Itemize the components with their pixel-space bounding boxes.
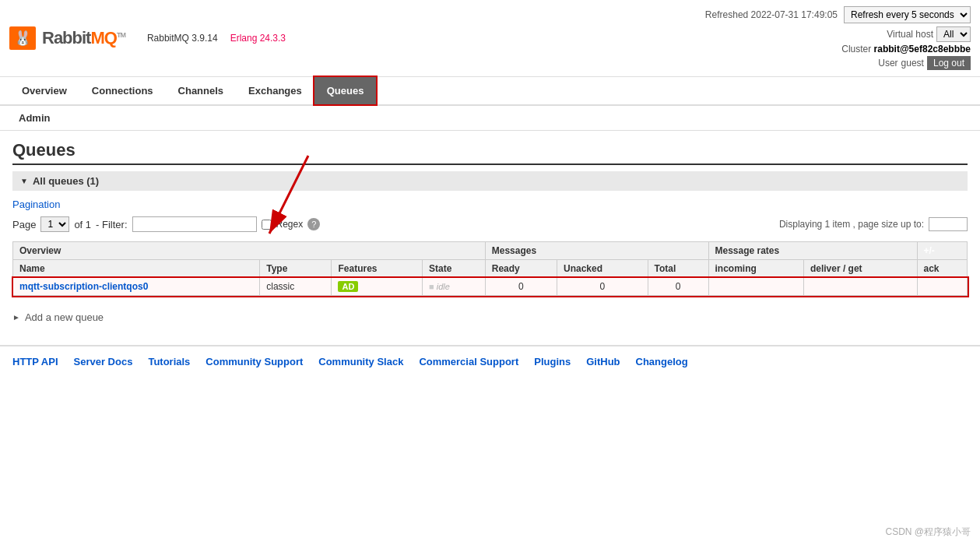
nav-exchanges[interactable]: Exchanges bbox=[236, 77, 314, 104]
logout-button[interactable]: Log out bbox=[927, 56, 971, 70]
nav-admin[interactable]: Admin bbox=[9, 106, 59, 130]
col-header-messages: Messages bbox=[485, 242, 708, 260]
logo-area: 🐰 RabbitMQTM RabbitMQ 3.9.14 Erlang 24.3… bbox=[9, 26, 286, 50]
footer-link-server-docs[interactable]: Server Docs bbox=[74, 356, 133, 367]
nav-connections[interactable]: Connections bbox=[79, 77, 166, 104]
th-incoming: incoming bbox=[708, 260, 803, 278]
refresh-time: Refreshed 2022-07-31 17:49:05 bbox=[705, 9, 838, 20]
th-deliver-get: deliver / get bbox=[803, 260, 917, 278]
queue-table: Overview Messages Message rates +/- Name… bbox=[12, 241, 968, 296]
pagination-controls: Page 1 of 1 - Filter: Regex ? Displaying… bbox=[12, 216, 968, 232]
footer: HTTP API Server Docs Tutorials Community… bbox=[0, 345, 980, 382]
add-queue-triangle-icon: ► bbox=[12, 313, 20, 322]
cell-ack bbox=[917, 278, 968, 296]
vhost-row: Virtual host All bbox=[705, 26, 971, 42]
top-bar: 🐰 RabbitMQTM RabbitMQ 3.9.14 Erlang 24.3… bbox=[0, 0, 980, 77]
rabbit-logo-icon: 🐰 bbox=[9, 26, 36, 50]
cell-type: classic bbox=[260, 278, 332, 296]
section-label: All queues (1) bbox=[33, 175, 99, 187]
ad-badge: AD bbox=[338, 281, 358, 292]
footer-link-community-support[interactable]: Community Support bbox=[205, 356, 303, 367]
user-label: User bbox=[878, 58, 897, 69]
footer-link-tutorials[interactable]: Tutorials bbox=[148, 356, 190, 367]
state-indicator: ■ idle bbox=[429, 282, 450, 291]
th-state: State bbox=[423, 260, 486, 278]
cell-total: 0 bbox=[648, 278, 708, 296]
footer-link-http-api[interactable]: HTTP API bbox=[12, 356, 58, 367]
queue-name-link[interactable]: mqtt-subscription-clientqos0 bbox=[19, 281, 148, 292]
page-select[interactable]: 1 bbox=[40, 216, 69, 232]
vhost-label: Virtual host bbox=[887, 29, 933, 40]
footer-links: HTTP API Server Docs Tutorials Community… bbox=[12, 356, 968, 367]
page-title: Queues bbox=[12, 140, 968, 165]
add-queue-row[interactable]: ► Add a new queue bbox=[12, 305, 968, 329]
user-name: guest bbox=[901, 58, 924, 69]
cell-features: AD bbox=[332, 278, 423, 296]
vhost-select[interactable]: All bbox=[936, 26, 971, 42]
nav-bar: Overview Connections Channels Exchanges … bbox=[0, 77, 980, 106]
cluster-row: Cluster rabbit@5ef82c8ebbbe bbox=[705, 44, 971, 54]
page-content: Queues ▼ All queues (1) Pagination Page … bbox=[0, 131, 980, 339]
cell-deliver-get bbox=[803, 278, 917, 296]
th-unacked: Unacked bbox=[557, 260, 648, 278]
version-rabbitmq: RabbitMQ 3.9.14 bbox=[147, 33, 218, 44]
footer-link-community-slack[interactable]: Community Slack bbox=[318, 356, 403, 367]
th-total: Total bbox=[648, 260, 708, 278]
cell-ready: 0 bbox=[485, 278, 557, 296]
nav-channels[interactable]: Channels bbox=[166, 77, 237, 104]
cell-name: mqtt-subscription-clientqos0 bbox=[13, 278, 260, 296]
refresh-row: Refreshed 2022-07-31 17:49:05 Refresh ev… bbox=[705, 6, 971, 23]
regex-label: Regex bbox=[276, 219, 304, 230]
footer-link-commercial-support[interactable]: Commercial Support bbox=[419, 356, 518, 367]
footer-link-plugins[interactable]: Plugins bbox=[534, 356, 571, 367]
footer-link-github[interactable]: GitHub bbox=[586, 356, 620, 367]
header-right: Refreshed 2022-07-31 17:49:05 Refresh ev… bbox=[705, 6, 971, 70]
refresh-select[interactable]: Refresh every 5 seconds bbox=[844, 6, 971, 23]
table-container: Overview Messages Message rates +/- Name… bbox=[12, 241, 968, 296]
col-toggle-button[interactable]: +/- bbox=[917, 242, 968, 260]
add-queue-label: Add a new queue bbox=[25, 311, 104, 323]
version-info: RabbitMQ 3.9.14 Erlang 24.3.3 bbox=[147, 33, 286, 44]
help-icon[interactable]: ? bbox=[307, 218, 320, 230]
table-row: mqtt-subscription-clientqos0 classic AD … bbox=[13, 278, 968, 296]
display-text: Displaying 1 item , page size up to: bbox=[779, 219, 924, 230]
th-features: Features bbox=[332, 260, 423, 278]
cluster-label: Cluster bbox=[841, 44, 871, 54]
nav-queues[interactable]: Queues bbox=[314, 77, 377, 104]
th-name: Name bbox=[13, 260, 260, 278]
cell-state: ■ idle bbox=[423, 278, 486, 296]
th-ready: Ready bbox=[485, 260, 557, 278]
user-row: User guest Log out bbox=[705, 56, 971, 70]
page-label: Page bbox=[12, 219, 36, 230]
col-header-rates: Message rates bbox=[708, 242, 917, 260]
cluster-name: rabbit@5ef82c8ebbbe bbox=[874, 44, 971, 54]
filter-input[interactable] bbox=[132, 216, 257, 232]
pagination-label[interactable]: Pagination bbox=[12, 199, 968, 210]
cell-incoming bbox=[708, 278, 803, 296]
version-erlang: Erlang 24.3.3 bbox=[230, 33, 286, 44]
display-info: Displaying 1 item , page size up to: 100 bbox=[779, 217, 968, 231]
filter-label: - Filter: bbox=[96, 219, 127, 230]
regex-checkbox[interactable] bbox=[262, 220, 272, 230]
cell-unacked: 0 bbox=[557, 278, 648, 296]
th-type: Type bbox=[260, 260, 332, 278]
nav-overview[interactable]: Overview bbox=[9, 77, 79, 104]
footer-link-changelog[interactable]: Changelog bbox=[636, 356, 688, 367]
section-triangle-icon: ▼ bbox=[20, 177, 28, 185]
col-header-overview: Overview bbox=[13, 242, 486, 260]
th-ack: ack bbox=[917, 260, 968, 278]
section-header[interactable]: ▼ All queues (1) bbox=[12, 171, 968, 191]
page-total: of 1 bbox=[74, 219, 91, 230]
logo-text: RabbitMQTM bbox=[42, 28, 125, 48]
admin-nav-bar: Admin bbox=[0, 106, 980, 131]
page-size-input[interactable]: 100 bbox=[929, 217, 968, 231]
